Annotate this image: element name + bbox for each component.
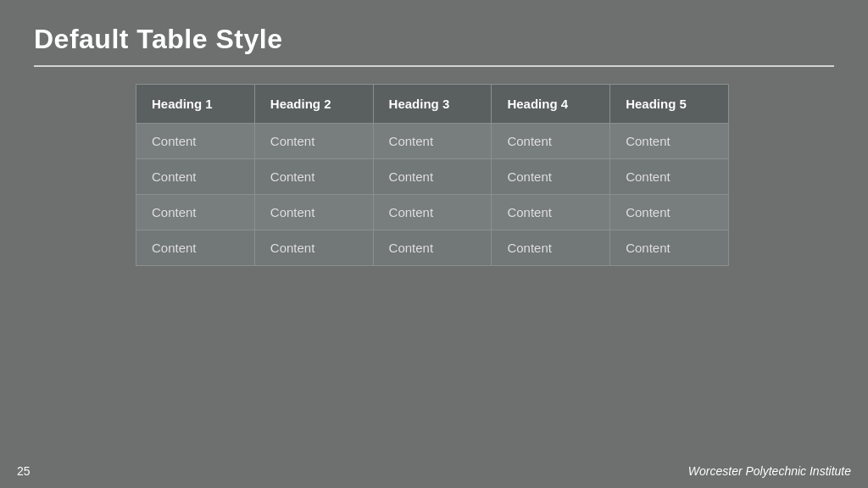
cell-r2-c1: Content [254, 195, 373, 230]
cell-r3-c0: Content [136, 230, 255, 266]
slide: Default Table Style Heading 1 Heading 2 … [0, 0, 868, 488]
col-header-3: Heading 3 [373, 85, 492, 124]
col-header-4: Heading 4 [492, 85, 610, 124]
cell-r1-c0: Content [136, 159, 255, 195]
cell-r2-c0: Content [136, 195, 255, 230]
cell-r2-c4: Content [610, 195, 729, 230]
content-area: Heading 1 Heading 2 Heading 3 Heading 4 … [0, 67, 868, 283]
col-header-2: Heading 2 [254, 85, 373, 124]
cell-r2-c2: Content [373, 195, 492, 230]
cell-r1-c1: Content [254, 159, 373, 195]
table-header-row: Heading 1 Heading 2 Heading 3 Heading 4 … [136, 85, 729, 124]
cell-r0-c1: Content [254, 124, 373, 159]
footer: 25 Worcester Polytechnic Institute [17, 464, 851, 478]
cell-r3-c1: Content [254, 230, 373, 266]
cell-r3-c2: Content [373, 230, 492, 266]
table-row: ContentContentContentContentContent [136, 124, 729, 159]
cell-r3-c3: Content [492, 230, 610, 266]
table-row: ContentContentContentContentContent [136, 230, 729, 266]
data-table: Heading 1 Heading 2 Heading 3 Heading 4 … [136, 84, 729, 266]
cell-r3-c4: Content [610, 230, 729, 266]
title-divider [34, 65, 834, 67]
title-area: Default Table Style [0, 0, 868, 65]
cell-r1-c2: Content [373, 159, 492, 195]
slide-number: 25 [17, 464, 31, 478]
col-header-5: Heading 5 [610, 85, 729, 124]
cell-r1-c3: Content [492, 159, 610, 195]
cell-r0-c0: Content [136, 124, 255, 159]
cell-r1-c4: Content [610, 159, 729, 195]
table-row: ContentContentContentContentContent [136, 159, 729, 195]
col-header-1: Heading 1 [136, 85, 255, 124]
page-title: Default Table Style [34, 24, 834, 55]
institution-name: Worcester Polytechnic Institute [688, 464, 851, 478]
cell-r0-c3: Content [492, 124, 610, 159]
table-row: ContentContentContentContentContent [136, 195, 729, 230]
cell-r2-c3: Content [492, 195, 610, 230]
cell-r0-c2: Content [373, 124, 492, 159]
cell-r0-c4: Content [610, 124, 729, 159]
